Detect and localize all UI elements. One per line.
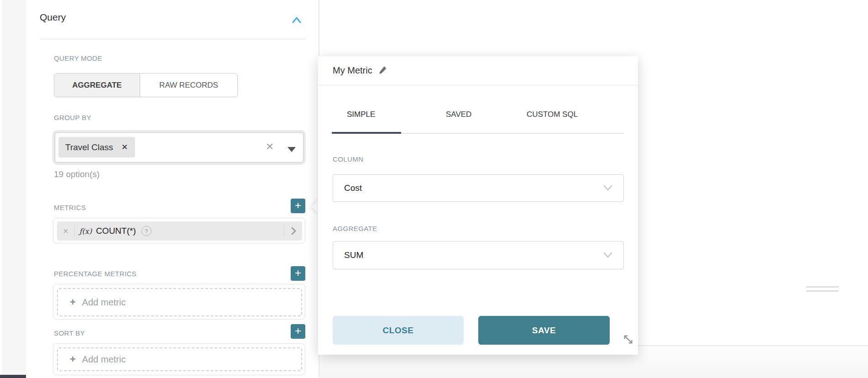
select-chevron — [602, 184, 613, 192]
remove-metric-icon[interactable]: × — [57, 226, 74, 236]
add-metric-placeholder: Add metric — [82, 354, 126, 365]
dropdown-caret-icon[interactable] — [288, 147, 296, 152]
popover-title: My Metric — [333, 65, 372, 76]
query-mode-toggle: AGGREGATE RAW RECORDS — [54, 73, 238, 97]
tab-saved[interactable]: SAVED — [446, 110, 471, 119]
save-button[interactable]: SAVE — [478, 316, 610, 345]
tab-simple[interactable]: SIMPLE — [347, 110, 375, 119]
add-metric-placeholder: Add metric — [82, 297, 126, 308]
edit-title-pencil-icon[interactable] — [378, 66, 387, 75]
help-icon: ? — [141, 226, 152, 236]
group-by-tag-label: Travel Class — [65, 142, 113, 152]
query-section-title: Query — [40, 12, 66, 23]
chevron-down-icon — [602, 251, 613, 259]
chevron-down-icon — [602, 184, 613, 192]
percentage-metrics-control: + Add metric — [53, 284, 305, 320]
splitter-drag-handle[interactable] — [806, 286, 839, 288]
metrics-control: × ƒ(x) COUNT(*) ? — [53, 218, 305, 243]
close-button[interactable]: CLOSE — [333, 316, 464, 345]
resize-popover-icon[interactable] — [622, 333, 634, 346]
add-sort-by-button[interactable]: + — [291, 324, 305, 339]
column-label: COLUMN — [333, 155, 363, 163]
metric-name: COUNT(*) — [96, 226, 136, 236]
chevron-right-icon — [288, 226, 298, 236]
query-mode-aggregate[interactable]: AGGREGATE — [54, 74, 140, 97]
aggregate-label: AGGREGATE — [333, 225, 377, 232]
column-select[interactable]: Cost — [333, 174, 624, 202]
section-divider — [40, 39, 305, 39]
sort-by-label: SORT BY — [54, 329, 85, 337]
sort-by-control: + Add metric — [53, 343, 305, 375]
add-metric-button[interactable]: + — [291, 199, 305, 213]
metric-editor-popover: My Metric SIMPLE SAVED CUSTOM SQL COLUMN… — [318, 56, 638, 355]
left-panel-edge-footer — [0, 375, 26, 378]
chart-footer-divider — [638, 345, 868, 346]
expand-metric-button[interactable] — [284, 226, 302, 236]
query-mode-label: QUERY MODE — [54, 54, 102, 62]
left-panel-edge — [2, 0, 26, 378]
add-percentage-metric-dropzone[interactable]: + Add metric — [57, 288, 302, 316]
group-by-options-hint: 19 option(s) — [54, 169, 99, 179]
percentage-metrics-label: PERCENTAGE METRICS — [54, 270, 136, 278]
active-tab-underline — [332, 132, 401, 134]
remove-tag-icon[interactable]: ✕ — [121, 142, 128, 152]
select-chevron — [602, 251, 613, 259]
plus-icon: + — [70, 296, 76, 308]
column-select-value: Cost — [344, 183, 362, 193]
add-sort-by-dropzone[interactable]: + Add metric — [57, 347, 302, 371]
group-by-tag: Travel Class ✕ — [58, 137, 135, 158]
collapse-section-button[interactable] — [291, 15, 303, 25]
fx-icon: ƒ(x) — [79, 227, 92, 236]
aggregate-select-value: SUM — [344, 250, 363, 260]
metrics-label: METRICS — [54, 204, 86, 211]
explore-view: Query QUERY MODE AGGREGATE RAW RECORDS G… — [0, 0, 868, 378]
query-mode-raw-records[interactable]: RAW RECORDS — [140, 74, 237, 97]
chevron-up-icon — [291, 15, 303, 25]
clear-select-icon[interactable]: × — [266, 140, 273, 153]
metric-pill[interactable]: × ƒ(x) COUNT(*) ? — [57, 221, 302, 241]
plus-icon: + — [70, 353, 76, 365]
group-by-label: GROUP BY — [54, 114, 91, 121]
pill-divider — [74, 225, 75, 237]
aggregate-select[interactable]: SUM — [333, 241, 624, 269]
add-percentage-metric-button[interactable]: + — [291, 266, 305, 281]
splitter-drag-handle[interactable] — [806, 290, 839, 292]
popover-header: My Metric — [318, 56, 638, 85]
tab-custom-sql[interactable]: CUSTOM SQL — [527, 110, 578, 119]
